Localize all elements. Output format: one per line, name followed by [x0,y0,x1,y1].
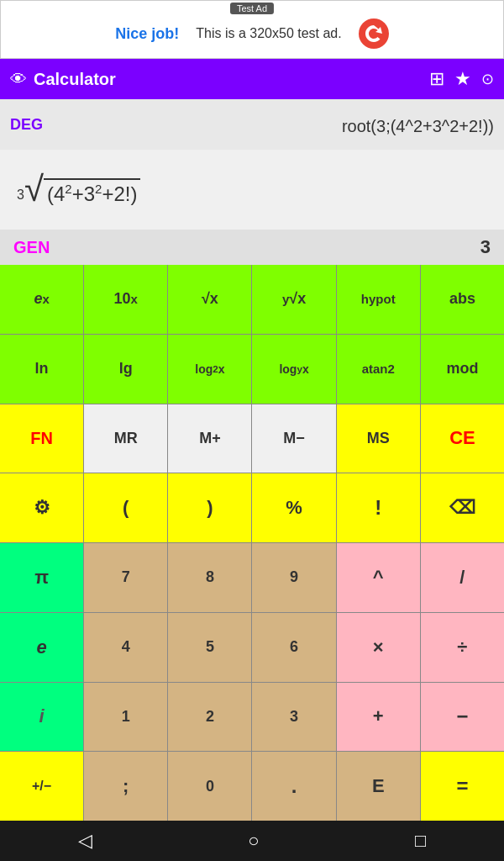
ad-banner: Test Ad Nice job! This is a 320x50 test … [0,0,504,59]
backspace-button[interactable]: ⌫ [421,473,504,542]
calc-row-8: +/− ; 0 . E = [0,752,504,821]
mr-button[interactable]: MR [84,404,167,473]
ln-button[interactable]: ln [0,335,83,404]
calc-row-4: ⚙ ( ) % ! ⌫ [0,473,504,542]
calc-row-7: i 1 2 3 + − [0,683,504,752]
rendered-math: 3√(42+32+2!) [17,172,140,208]
calc-row-5: π 7 8 9 ^ / [0,543,504,612]
equals-button[interactable]: = [421,752,504,821]
sci-e-button[interactable]: E [337,752,420,821]
lg-button[interactable]: lg [84,335,167,404]
recent-button[interactable]: □ [415,830,426,852]
1-button[interactable]: 1 [84,683,167,752]
minus-button[interactable]: − [421,683,504,752]
back-button[interactable]: ◁ [78,830,92,852]
7-button[interactable]: 7 [84,543,167,612]
multiply-button[interactable]: × [337,613,420,682]
0-button[interactable]: 0 [168,752,251,821]
yroot-button[interactable]: y√x [252,265,335,334]
negate-button[interactable]: +/− [0,752,83,821]
dot-button[interactable]: . [252,752,335,821]
exp-e-button[interactable]: ex [0,265,83,334]
atan2-button[interactable]: atan2 [337,335,420,404]
logy-button[interactable]: logyx [252,335,335,404]
gen-bar: GEN 3 [0,230,504,265]
2-button[interactable]: 2 [168,683,251,752]
ce-button[interactable]: CE [421,404,504,473]
expression-display: root(3;(4^2+3^2+2!)) [43,114,494,136]
calc-row-2: ln lg log2x logyx atan2 mod [0,335,504,404]
percent-button[interactable]: % [252,473,335,542]
calc-row-1: ex 10x √x y√x hypot abs [0,265,504,334]
abs-button[interactable]: abs [421,265,504,334]
mod-button[interactable]: mod [421,335,504,404]
rparen-button[interactable]: ) [168,473,251,542]
6-button[interactable]: 6 [252,613,335,682]
3-button[interactable]: 3 [252,683,335,752]
mminus-button[interactable]: M− [252,404,335,473]
display-area: DEG root(3;(4^2+3^2+2!)) [0,99,504,150]
calc-row-3: FN MR M+ M− MS CE [0,404,504,473]
pi-button[interactable]: π [0,543,83,612]
math-render-area: 3√(42+32+2!) [0,150,504,230]
ms-button[interactable]: MS [337,404,420,473]
home-button[interactable]: ○ [248,830,259,852]
fn-button[interactable]: FN [0,404,83,473]
gen-number: 3 [480,236,491,258]
app-bar-left: 👁 Calculator [10,70,429,89]
app-title: Calculator [34,70,116,89]
5-button[interactable]: 5 [168,613,251,682]
mplus-button[interactable]: M+ [168,404,251,473]
floor-divide-button[interactable]: ÷ [421,613,504,682]
chevron-down-icon[interactable]: ⊙ [481,70,494,88]
plus-button[interactable]: + [337,683,420,752]
angle-mode-label[interactable]: DEG [10,116,43,134]
sqrt-button[interactable]: √x [168,265,251,334]
8-button[interactable]: 8 [168,543,251,612]
semicolon-button[interactable]: ; [84,752,167,821]
9-button[interactable]: 9 [252,543,335,612]
exp-10-button[interactable]: 10x [84,265,167,334]
ad-content: Nice job! This is a 320x50 test ad. [115,18,388,49]
4-button[interactable]: 4 [84,613,167,682]
lparen-button[interactable]: ( [84,473,167,542]
factorial-button[interactable]: ! [337,473,420,542]
grid-icon[interactable]: ⊞ [429,68,444,90]
calc-row-6: e 4 5 6 × ÷ [0,613,504,682]
slash-button[interactable]: / [421,543,504,612]
imaginary-button[interactable]: i [0,683,83,752]
ad-nice-text: Nice job! [115,25,179,43]
ad-description: This is a 320x50 test ad. [196,26,341,41]
app-bar-icons: ⊞ ★ ⊙ [429,68,494,90]
calculator-grid: ex 10x √x y√x hypot abs ln lg log2x logy… [0,265,504,821]
app-bar: 👁 Calculator ⊞ ★ ⊙ [0,59,504,99]
power-button[interactable]: ^ [337,543,420,612]
e-const-button[interactable]: e [0,613,83,682]
log2-button[interactable]: log2x [168,335,251,404]
gen-label: GEN [13,238,50,257]
gear-button[interactable]: ⚙ [0,473,83,542]
star-icon[interactable]: ★ [454,68,471,90]
ad-label: Test Ad [230,3,274,14]
eye-icon: 👁 [10,70,27,89]
hypot-button[interactable]: hypot [337,265,420,334]
ad-icon [359,18,389,49]
bottom-nav: ◁ ○ □ [0,821,504,861]
